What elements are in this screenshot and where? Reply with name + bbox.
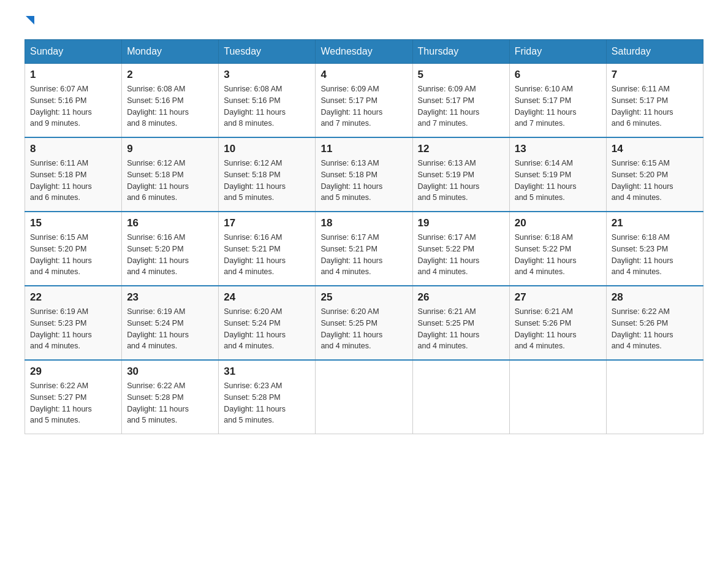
day-number: 30 (127, 366, 213, 378)
day-number: 4 (320, 69, 407, 81)
calendar-cell: 22Sunrise: 6:19 AMSunset: 5:23 PMDayligh… (25, 286, 122, 360)
calendar-header-row: SundayMondayTuesdayWednesdayThursdayFrid… (25, 40, 703, 64)
calendar-week-row: 1Sunrise: 6:07 AMSunset: 5:16 PMDaylight… (25, 64, 703, 138)
day-number: 27 (515, 291, 601, 304)
day-number: 26 (418, 291, 504, 304)
day-number: 22 (30, 291, 116, 304)
day-info: Sunrise: 6:08 AMSunset: 5:16 PMDaylight:… (127, 83, 213, 129)
calendar-cell: 28Sunrise: 6:22 AMSunset: 5:26 PMDayligh… (606, 286, 703, 360)
day-number: 14 (612, 143, 698, 155)
calendar-cell: 13Sunrise: 6:14 AMSunset: 5:19 PMDayligh… (509, 137, 606, 212)
day-info: Sunrise: 6:14 AMSunset: 5:19 PMDaylight:… (515, 158, 601, 204)
day-info: Sunrise: 6:13 AMSunset: 5:19 PMDaylight:… (418, 158, 504, 204)
day-info: Sunrise: 6:19 AMSunset: 5:23 PMDaylight:… (30, 306, 116, 352)
day-info: Sunrise: 6:19 AMSunset: 5:24 PMDaylight:… (127, 306, 213, 352)
day-number: 21 (612, 217, 698, 229)
day-number: 23 (127, 291, 213, 304)
day-number: 15 (30, 217, 116, 229)
day-info: Sunrise: 6:07 AMSunset: 5:16 PMDaylight:… (30, 83, 116, 129)
day-number: 13 (515, 143, 601, 155)
day-info: Sunrise: 6:22 AMSunset: 5:28 PMDaylight:… (127, 380, 213, 426)
day-info: Sunrise: 6:08 AMSunset: 5:16 PMDaylight:… (224, 83, 310, 129)
day-info: Sunrise: 6:22 AMSunset: 5:27 PMDaylight:… (30, 380, 116, 426)
day-number: 5 (418, 69, 504, 81)
logo-arrow-icon (26, 16, 34, 25)
calendar-table: SundayMondayTuesdayWednesdayThursdayFrid… (25, 39, 703, 434)
day-number: 25 (320, 291, 407, 304)
day-info: Sunrise: 6:20 AMSunset: 5:25 PMDaylight:… (320, 306, 407, 352)
calendar-cell: 11Sunrise: 6:13 AMSunset: 5:18 PMDayligh… (316, 137, 412, 212)
day-number: 19 (418, 217, 504, 229)
day-number: 17 (224, 217, 310, 229)
calendar-cell: 27Sunrise: 6:21 AMSunset: 5:26 PMDayligh… (509, 286, 606, 360)
day-info: Sunrise: 6:15 AMSunset: 5:20 PMDaylight:… (30, 232, 116, 278)
calendar-week-row: 8Sunrise: 6:11 AMSunset: 5:18 PMDaylight… (25, 137, 703, 212)
day-number: 16 (127, 217, 213, 229)
day-number: 29 (30, 366, 116, 378)
calendar-cell: 9Sunrise: 6:12 AMSunset: 5:18 PMDaylight… (122, 137, 219, 212)
calendar-cell (509, 360, 606, 434)
calendar-week-row: 15Sunrise: 6:15 AMSunset: 5:20 PMDayligh… (25, 212, 703, 286)
day-number: 31 (224, 366, 310, 378)
calendar-week-row: 29Sunrise: 6:22 AMSunset: 5:27 PMDayligh… (25, 360, 703, 434)
day-number: 11 (320, 143, 407, 155)
calendar-cell: 15Sunrise: 6:15 AMSunset: 5:20 PMDayligh… (25, 212, 122, 286)
day-number: 6 (515, 69, 601, 81)
day-info: Sunrise: 6:09 AMSunset: 5:17 PMDaylight:… (418, 83, 504, 129)
calendar-cell: 31Sunrise: 6:23 AMSunset: 5:28 PMDayligh… (219, 360, 316, 434)
calendar-week-row: 22Sunrise: 6:19 AMSunset: 5:23 PMDayligh… (25, 286, 703, 360)
day-number: 28 (612, 291, 698, 304)
calendar-cell: 4Sunrise: 6:09 AMSunset: 5:17 PMDaylight… (316, 64, 412, 138)
day-number: 12 (418, 143, 504, 155)
day-info: Sunrise: 6:17 AMSunset: 5:21 PMDaylight:… (320, 232, 407, 278)
day-number: 9 (127, 143, 213, 155)
day-info: Sunrise: 6:16 AMSunset: 5:20 PMDaylight:… (127, 232, 213, 278)
calendar-cell: 18Sunrise: 6:17 AMSunset: 5:21 PMDayligh… (316, 212, 412, 286)
calendar-cell: 24Sunrise: 6:20 AMSunset: 5:24 PMDayligh… (219, 286, 316, 360)
day-info: Sunrise: 6:12 AMSunset: 5:18 PMDaylight:… (127, 158, 213, 204)
day-info: Sunrise: 6:21 AMSunset: 5:25 PMDaylight:… (418, 306, 504, 352)
calendar-header-wednesday: Wednesday (316, 40, 412, 64)
day-info: Sunrise: 6:10 AMSunset: 5:17 PMDaylight:… (515, 83, 601, 129)
day-number: 20 (515, 217, 601, 229)
calendar-cell: 8Sunrise: 6:11 AMSunset: 5:18 PMDaylight… (25, 137, 122, 212)
calendar-cell: 7Sunrise: 6:11 AMSunset: 5:17 PMDaylight… (606, 64, 703, 138)
day-number: 8 (30, 143, 116, 155)
calendar-header-sunday: Sunday (25, 40, 122, 64)
day-info: Sunrise: 6:20 AMSunset: 5:24 PMDaylight:… (224, 306, 310, 352)
calendar-cell: 14Sunrise: 6:15 AMSunset: 5:20 PMDayligh… (606, 137, 703, 212)
logo (25, 18, 34, 27)
day-info: Sunrise: 6:15 AMSunset: 5:20 PMDaylight:… (612, 158, 698, 204)
calendar-header-thursday: Thursday (412, 40, 509, 64)
calendar-cell: 5Sunrise: 6:09 AMSunset: 5:17 PMDaylight… (412, 64, 509, 138)
calendar-cell: 10Sunrise: 6:12 AMSunset: 5:18 PMDayligh… (219, 137, 316, 212)
calendar-header-friday: Friday (509, 40, 606, 64)
calendar-cell (606, 360, 703, 434)
day-info: Sunrise: 6:17 AMSunset: 5:22 PMDaylight:… (418, 232, 504, 278)
calendar-cell: 6Sunrise: 6:10 AMSunset: 5:17 PMDaylight… (509, 64, 606, 138)
day-info: Sunrise: 6:23 AMSunset: 5:28 PMDaylight:… (224, 380, 310, 426)
calendar-cell: 23Sunrise: 6:19 AMSunset: 5:24 PMDayligh… (122, 286, 219, 360)
page-header (25, 18, 703, 27)
calendar-cell: 3Sunrise: 6:08 AMSunset: 5:16 PMDaylight… (219, 64, 316, 138)
day-info: Sunrise: 6:11 AMSunset: 5:18 PMDaylight:… (30, 158, 116, 204)
calendar-cell (316, 360, 412, 434)
day-info: Sunrise: 6:13 AMSunset: 5:18 PMDaylight:… (320, 158, 407, 204)
day-info: Sunrise: 6:09 AMSunset: 5:17 PMDaylight:… (320, 83, 407, 129)
day-info: Sunrise: 6:11 AMSunset: 5:17 PMDaylight:… (612, 83, 698, 129)
day-info: Sunrise: 6:21 AMSunset: 5:26 PMDaylight:… (515, 306, 601, 352)
calendar-header-tuesday: Tuesday (219, 40, 316, 64)
calendar-header-saturday: Saturday (606, 40, 703, 64)
day-info: Sunrise: 6:18 AMSunset: 5:22 PMDaylight:… (515, 232, 601, 278)
calendar-cell (412, 360, 509, 434)
day-number: 1 (30, 69, 116, 81)
day-number: 10 (224, 143, 310, 155)
day-number: 24 (224, 291, 310, 304)
day-number: 2 (127, 69, 213, 81)
calendar-header-monday: Monday (122, 40, 219, 64)
calendar-cell: 1Sunrise: 6:07 AMSunset: 5:16 PMDaylight… (25, 64, 122, 138)
day-info: Sunrise: 6:16 AMSunset: 5:21 PMDaylight:… (224, 232, 310, 278)
calendar-cell: 26Sunrise: 6:21 AMSunset: 5:25 PMDayligh… (412, 286, 509, 360)
calendar-cell: 21Sunrise: 6:18 AMSunset: 5:23 PMDayligh… (606, 212, 703, 286)
calendar-cell: 2Sunrise: 6:08 AMSunset: 5:16 PMDaylight… (122, 64, 219, 138)
